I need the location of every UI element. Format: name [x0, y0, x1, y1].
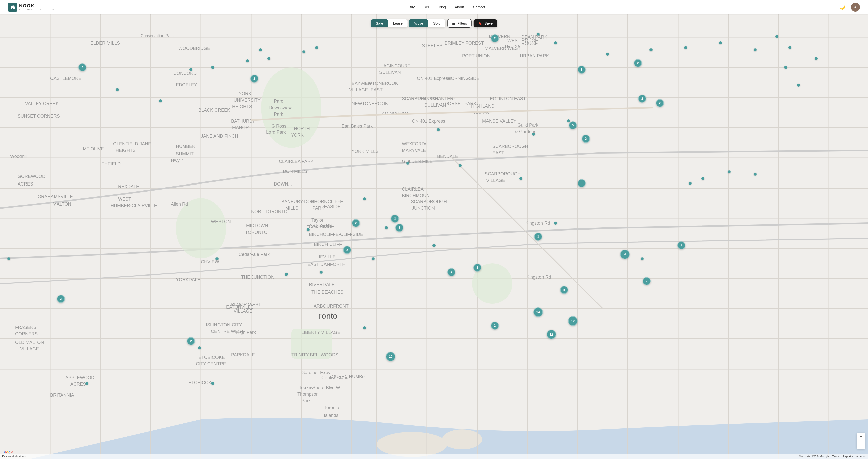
map-marker-m7[interactable]: [246, 59, 249, 62]
map-marker-m72[interactable]: [797, 84, 800, 87]
save-button[interactable]: 🔖 Save: [474, 19, 497, 27]
map-marker-m13[interactable]: [537, 33, 540, 36]
map-marker-m66[interactable]: [320, 271, 323, 274]
map-marker-m20[interactable]: [719, 41, 722, 45]
map-marker-m55[interactable]: 10: [386, 352, 395, 362]
map-marker-m27[interactable]: 2: [582, 135, 590, 143]
map-marker-m42[interactable]: 2: [343, 246, 351, 254]
map-marker-m40[interactable]: 2: [352, 219, 360, 227]
keyboard-shortcuts[interactable]: Keyboard shortcuts: [2, 455, 26, 458]
map-marker-m38[interactable]: [385, 226, 388, 229]
map-marker-m11[interactable]: [315, 46, 318, 49]
map-marker-m45[interactable]: 2: [677, 241, 685, 249]
map-marker-m58[interactable]: 2: [187, 337, 195, 345]
map-marker-m60[interactable]: [85, 382, 88, 385]
map-marker-m48[interactable]: 4: [447, 268, 455, 276]
map-marker-m54[interactable]: 2: [491, 321, 499, 329]
map-marker-m63[interactable]: [216, 257, 218, 260]
map-background[interactable]: ELDER MILLS Conservation Park CASTLEMORE…: [0, 14, 868, 459]
map-marker-m65[interactable]: [285, 273, 288, 276]
map-marker-m67[interactable]: [689, 182, 692, 185]
map-marker-m24[interactable]: 2: [638, 94, 646, 103]
map-marker-m9[interactable]: [268, 57, 271, 60]
nav-blog[interactable]: Blog: [439, 5, 446, 9]
sold-filter-button[interactable]: Sold: [428, 19, 445, 27]
map-marker-m61[interactable]: [7, 257, 10, 260]
map-marker-m15[interactable]: 3: [578, 66, 586, 74]
map-marker-m39[interactable]: [363, 197, 366, 200]
nav-buy[interactable]: Buy: [409, 5, 415, 9]
filters-button[interactable]: ☰ Filters: [447, 19, 472, 28]
map-marker-m64[interactable]: [307, 228, 310, 231]
nav-contact[interactable]: Contact: [473, 5, 485, 9]
map-marker-m19[interactable]: [684, 46, 687, 49]
nav-sell[interactable]: Sell: [424, 5, 430, 9]
lease-filter-button[interactable]: Lease: [388, 19, 408, 27]
map-marker-m53[interactable]: 12: [547, 329, 556, 339]
report-map-error-link[interactable]: Report a map error: [843, 455, 866, 458]
map-marker-m43[interactable]: [433, 244, 435, 247]
map-marker-m74[interactable]: 3: [578, 179, 586, 187]
map-marker-m16[interactable]: [606, 53, 609, 56]
map-marker-m57[interactable]: [198, 346, 201, 349]
map-marker-m30[interactable]: 3: [534, 232, 542, 240]
map-marker-m28[interactable]: [567, 119, 570, 122]
map-marker-m52[interactable]: 12: [568, 316, 578, 326]
map-marker-m44[interactable]: 4: [620, 250, 630, 259]
map-marker-m6[interactable]: [211, 66, 214, 69]
map-marker-m29[interactable]: [532, 133, 535, 136]
map-marker-m10[interactable]: [302, 50, 305, 53]
map-marker-m18[interactable]: [650, 48, 652, 51]
map-marker-m33[interactable]: [459, 164, 462, 167]
map-marker-m36[interactable]: 3: [391, 215, 399, 223]
map-marker-m22[interactable]: [775, 35, 778, 38]
map-marker-m26[interactable]: 5: [569, 121, 577, 130]
map-marker-m56[interactable]: [363, 326, 366, 329]
map-marker-m46[interactable]: 2: [643, 277, 651, 285]
map-marker-m71[interactable]: [784, 66, 787, 69]
map-marker-m47[interactable]: [641, 257, 644, 260]
svg-text:PARKDALE: PARKDALE: [231, 352, 255, 357]
map-marker-m12[interactable]: 2: [491, 34, 499, 42]
map-marker-m37[interactable]: 3: [395, 224, 403, 232]
map-marker-m59[interactable]: [211, 382, 214, 385]
map-marker-m17[interactable]: 2: [634, 59, 642, 67]
map-marker-m41[interactable]: [372, 257, 375, 260]
map-marker-m1[interactable]: 4: [79, 63, 86, 71]
map-marker-m21[interactable]: [754, 48, 757, 51]
svg-text:Woodhill: Woodhill: [10, 154, 27, 159]
map-marker-m2[interactable]: [116, 88, 119, 91]
map-marker-m3[interactable]: 2: [250, 75, 258, 83]
cluster-badge: 2: [352, 219, 360, 227]
svg-text:BIRCHCLIFFE-CLIFFSIDE: BIRCHCLIFFE-CLIFFSIDE: [309, 232, 363, 237]
map-marker-m50[interactable]: 5: [560, 286, 568, 294]
map-marker-m14[interactable]: [554, 41, 557, 45]
avatar[interactable]: A: [851, 2, 860, 11]
map-marker-m5[interactable]: [189, 68, 192, 71]
zoom-out-button[interactable]: −: [857, 441, 865, 449]
logo[interactable]: NOOK YOUR REAL ESTATE EXPERT: [8, 2, 56, 11]
map-marker-m62[interactable]: 2: [57, 295, 65, 303]
dark-mode-button[interactable]: 🌙: [838, 2, 847, 11]
map-container[interactable]: ELDER MILLS Conservation Park CASTLEMORE…: [0, 14, 868, 459]
map-marker-m68[interactable]: [702, 177, 705, 180]
map-marker-m51[interactable]: 14: [533, 308, 543, 317]
svg-text:AGINCOURT: AGINCOURT: [383, 63, 410, 68]
terms-link[interactable]: Terms: [832, 455, 840, 458]
map-marker-m34[interactable]: [437, 128, 440, 131]
active-filter-button[interactable]: Active: [409, 19, 428, 27]
map-marker-m35[interactable]: [406, 162, 409, 165]
zoom-in-button[interactable]: +: [857, 433, 865, 441]
sale-filter-button[interactable]: Sale: [371, 19, 388, 27]
map-marker-m32[interactable]: [519, 177, 522, 180]
nav-about[interactable]: About: [455, 5, 464, 9]
map-marker-m31[interactable]: [554, 222, 557, 225]
map-marker-m69[interactable]: [727, 170, 731, 173]
map-marker-m23[interactable]: [788, 46, 792, 49]
map-marker-m49[interactable]: 2: [473, 264, 482, 272]
map-marker-m8[interactable]: [259, 48, 262, 51]
map-marker-m4[interactable]: [159, 99, 162, 102]
map-marker-m73[interactable]: [814, 57, 817, 60]
map-marker-m25[interactable]: 2: [656, 99, 664, 107]
map-marker-m70[interactable]: [754, 173, 757, 176]
